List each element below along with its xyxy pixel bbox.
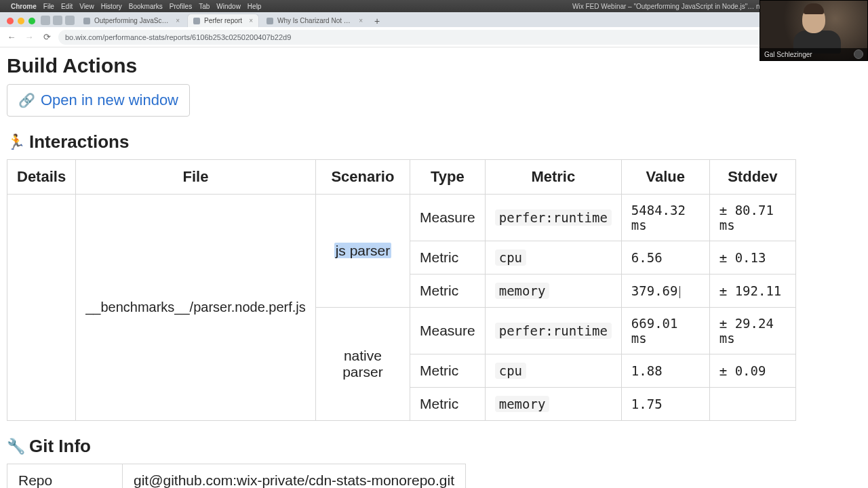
pinned-tab[interactable] xyxy=(41,16,50,25)
pinned-tab[interactable] xyxy=(53,16,62,25)
gitinfo-table: Repo git@github.com:wix-private/cdn-stat… xyxy=(7,464,466,488)
reload-button[interactable]: ⟳ xyxy=(41,32,53,42)
value-cell: 1.75 xyxy=(621,388,709,421)
interactions-label: Interactions xyxy=(29,131,129,152)
page-content: Build Actions 🔗 Open in new window 🏃Inte… xyxy=(0,47,868,488)
menu-window[interactable]: Window xyxy=(216,3,241,10)
metric-cell: cpu xyxy=(485,354,621,388)
col-file: File xyxy=(76,160,316,195)
tab-title: Why Is Charizard Not Conside xyxy=(277,17,352,24)
interactions-heading: 🏃Interactions xyxy=(7,131,861,152)
browser-tab[interactable]: Why Is Charizard Not Conside× xyxy=(260,14,369,27)
text-cursor xyxy=(679,286,680,298)
menu-history[interactable]: History xyxy=(101,3,122,10)
scenario-cell: js parser xyxy=(315,195,410,308)
webcam-person xyxy=(793,6,834,54)
tab-favicon xyxy=(267,18,273,24)
url-text: bo.wix.com/performance-stats/reports/610… xyxy=(65,33,291,41)
menu-edit[interactable]: Edit xyxy=(61,3,73,10)
menu-bookmarks[interactable]: Bookmarks xyxy=(129,3,163,10)
stddev-cell: ± 192.11 xyxy=(709,274,795,308)
stddev-cell: ± 0.13 xyxy=(709,241,795,274)
tab-title: Outperforming JavaScript in N xyxy=(94,17,169,24)
tab-title: Perfer report xyxy=(204,17,242,24)
menu-tab[interactable]: Tab xyxy=(199,3,210,10)
forward-button[interactable]: → xyxy=(23,32,35,42)
window-controls xyxy=(4,18,41,27)
value-cell: 669.01 ms xyxy=(621,308,709,354)
webcam-overlay: Gal Schlezinger xyxy=(760,0,868,61)
back-button[interactable]: ← xyxy=(5,32,18,42)
type-cell: Measure xyxy=(410,308,486,354)
metric-cell: perfer:runtime xyxy=(485,308,621,354)
type-cell: Metric xyxy=(410,388,486,421)
table-row: __benchmarks__/parser.node.perf.js js pa… xyxy=(7,195,796,241)
wrench-icon: 🔧 xyxy=(7,438,25,455)
browser-tab-active[interactable]: Perfer report× xyxy=(187,14,259,27)
browser-toolbar: ← → ⟳ bo.wix.com/performance-stats/repor… xyxy=(0,27,868,47)
pinned-tab[interactable] xyxy=(65,16,75,25)
col-value: Value xyxy=(621,160,709,195)
value-cell: 6.56 xyxy=(621,241,709,274)
new-tab-button[interactable]: + xyxy=(370,16,384,27)
col-stddev: Stddev xyxy=(709,160,795,195)
menu-help[interactable]: Help xyxy=(248,3,262,10)
tab-close-icon[interactable]: × xyxy=(176,17,180,24)
stddev-cell: ± 80.71 ms xyxy=(709,195,795,241)
value-cell: 1.88 xyxy=(621,354,709,388)
value-cell: 379.69 xyxy=(621,274,709,308)
col-scenario: Scenario xyxy=(315,160,410,195)
stddev-cell xyxy=(709,388,795,421)
open-new-window-link[interactable]: 🔗 Open in new window xyxy=(7,84,190,117)
scenario-js: js parser xyxy=(334,243,392,258)
link-icon: 🔗 xyxy=(18,92,35,108)
page-title: Build Actions xyxy=(7,54,861,77)
address-bar[interactable]: bo.wix.com/performance-stats/reports/610… xyxy=(58,30,803,45)
col-details: Details xyxy=(7,160,76,195)
menu-file[interactable]: File xyxy=(43,3,54,10)
runner-icon: 🏃 xyxy=(7,134,25,151)
stddev-cell: ± 29.24 ms xyxy=(709,308,795,354)
webcam-name: Gal Schlezinger xyxy=(764,51,812,58)
scenario-cell: native parser xyxy=(315,308,410,421)
webcam-badge-icon xyxy=(854,49,863,59)
minimize-window-button[interactable] xyxy=(18,18,24,24)
interactions-table: Details File Scenario Type Metric Value … xyxy=(7,159,796,421)
metric-cell: cpu xyxy=(485,241,621,274)
value-cell: 5484.32 ms xyxy=(621,195,709,241)
gitinfo-heading: 🔧Git Info xyxy=(7,436,861,457)
tab-favicon xyxy=(83,18,90,24)
tab-close-icon[interactable]: × xyxy=(359,17,363,24)
menu-profiles[interactable]: Profiles xyxy=(170,3,192,10)
zoom-window-button[interactable] xyxy=(28,18,35,24)
col-type: Type xyxy=(410,160,486,195)
open-link-text: Open in new window xyxy=(41,92,178,109)
tab-favicon xyxy=(193,18,200,24)
git-repo-value: git@github.com:wix-private/cdn-stats-mon… xyxy=(123,464,466,489)
stddev-cell: ± 0.09 xyxy=(709,354,795,388)
pinned-tabs xyxy=(41,16,75,27)
metric-cell: memory xyxy=(485,274,621,308)
table-row: Repo git@github.com:wix-private/cdn-stat… xyxy=(7,464,466,489)
menu-view[interactable]: View xyxy=(79,3,94,10)
details-cell xyxy=(7,195,76,421)
type-cell: Metric xyxy=(410,241,486,274)
table-header-row: Details File Scenario Type Metric Value … xyxy=(7,160,796,195)
metric-cell: perfer:runtime xyxy=(485,195,621,241)
metric-cell: memory xyxy=(485,388,621,421)
type-cell: Metric xyxy=(410,274,486,308)
browser-tab[interactable]: Outperforming JavaScript in N× xyxy=(77,14,186,27)
git-repo-label: Repo xyxy=(7,464,123,489)
menubar-app[interactable]: Chrome xyxy=(11,3,37,10)
file-cell: __benchmarks__/parser.node.perf.js xyxy=(76,195,316,421)
gitinfo-label: Git Info xyxy=(29,436,91,457)
col-metric: Metric xyxy=(485,160,621,195)
type-cell: Measure xyxy=(410,195,486,241)
browser-tabstrip: Outperforming JavaScript in N× Perfer re… xyxy=(0,12,868,27)
macos-menubar: Chrome File Edit View History Bookmarks … xyxy=(0,0,868,12)
close-window-button[interactable] xyxy=(7,18,14,24)
tab-close-icon[interactable]: × xyxy=(249,17,253,24)
type-cell: Metric xyxy=(410,354,486,388)
